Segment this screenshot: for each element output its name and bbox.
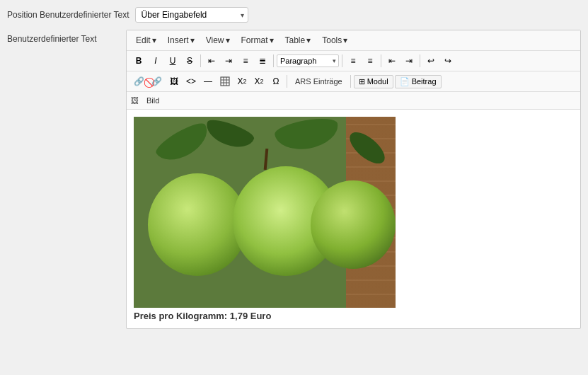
divider-4 [381, 54, 381, 67]
leaf-1 [153, 118, 214, 168]
beitrag-icon: 📄 [400, 77, 410, 86]
editor-wrapper: Edit ▾ Insert ▾ View ▾ Format ▾ [126, 30, 581, 329]
stem [264, 149, 269, 170]
menu-tools[interactable]: Tools ▾ [317, 33, 352, 47]
apple-3 [311, 180, 396, 269]
modul-button[interactable]: ⊞ Modul [354, 75, 393, 88]
format-arrow-icon: ▾ [270, 35, 274, 45]
editor-content[interactable]: Preis pro Kilogramm: 1,79 Euro [127, 110, 580, 328]
subscript-button[interactable]: X2 [234, 74, 250, 89]
redo-button[interactable]: ↪ [440, 53, 456, 69]
outdent-button[interactable]: ⇤ [384, 53, 400, 69]
menu-view[interactable]: View ▾ [201, 33, 235, 47]
menu-format[interactable]: Format ▾ [236, 33, 279, 47]
menu-toolbar-row: Edit ▾ Insert ▾ View ▾ Format ▾ [127, 30, 580, 51]
tools-arrow-icon: ▾ [343, 35, 347, 45]
edit-arrow-icon: ▾ [152, 35, 156, 45]
paragraph-wrapper: ParagraphHeading 1Heading 2Heading 3Pref… [277, 54, 339, 67]
divider-7 [350, 75, 351, 88]
toolbar-row-2: 🔗 🔗⃠ 🖼 <> — [127, 71, 580, 92]
divider-3 [342, 54, 342, 67]
code-button[interactable]: <> [183, 74, 199, 89]
ars-entries-button[interactable]: ARS Einträge [290, 75, 347, 88]
table-arrow-icon: ▾ [306, 35, 311, 45]
menu-insert[interactable]: Insert ▾ [163, 33, 200, 47]
bild-label[interactable]: Bild [142, 94, 164, 107]
editor-label: Benutzerdefinierter Text [7, 30, 120, 44]
bild-icon: 🖼 [131, 96, 139, 105]
position-label: Position Benutzerdefinierter Text [7, 10, 129, 20]
modul-icon: ⊞ [359, 77, 365, 86]
divider-6 [287, 75, 287, 88]
table-button[interactable] [217, 74, 233, 89]
unordered-list-button[interactable]: ≡ [345, 53, 361, 69]
divider-2 [273, 54, 274, 67]
align-left-button[interactable]: ⇤ [204, 53, 219, 69]
paragraph-select[interactable]: ParagraphHeading 1Heading 2Heading 3Pref… [277, 54, 339, 67]
beitrag-button[interactable]: 📄 Beitrag [395, 75, 442, 88]
underline-button[interactable]: U [165, 53, 180, 69]
hr-button[interactable]: — [200, 74, 216, 89]
leaf-2 [202, 117, 256, 153]
position-row: Position Benutzerdefinierter Text Über E… [7, 7, 581, 23]
leaf-3 [273, 117, 341, 154]
undo-button[interactable]: ↩ [423, 53, 439, 69]
special-char-button[interactable]: Ω [268, 74, 284, 89]
insert-arrow-icon: ▾ [190, 35, 195, 45]
strikethrough-button[interactable]: S [182, 53, 197, 69]
divider-1 [200, 54, 201, 67]
svg-rect-0 [221, 77, 229, 86]
formatting-toolbar-row: B I U S ⇤ ⇥ ≡ ≣ ParagraphHeading 1Headin… [127, 51, 580, 71]
menu-edit[interactable]: Edit ▾ [131, 33, 161, 47]
position-dropdown-wrapper: Über EingabefeldUnter Eingabefeld ▾ [135, 7, 248, 23]
image-button[interactable]: 🖼 [166, 74, 182, 89]
editor-label-row: Benutzerdefinierter Text Edit ▾ Insert ▾… [7, 30, 581, 329]
apple-1 [148, 173, 247, 276]
editor-image [134, 117, 396, 308]
price-caption: Preis pro Kilogramm: 1,79 Euro [134, 311, 573, 321]
unlink-button[interactable]: 🔗⃠ [149, 74, 165, 89]
align-justify-button[interactable]: ≣ [255, 53, 270, 69]
image-row: 🖼 Bild [127, 92, 580, 110]
indent-button[interactable]: ⇥ [401, 53, 417, 69]
align-right-button[interactable]: ≡ [238, 53, 253, 69]
superscript-button[interactable]: X2 [251, 74, 267, 89]
position-select[interactable]: Über EingabefeldUnter Eingabefeld [135, 7, 248, 23]
view-arrow-icon: ▾ [226, 35, 230, 45]
page-container: Position Benutzerdefinierter Text Über E… [7, 7, 581, 329]
ordered-list-button[interactable]: ≡ [362, 53, 378, 69]
align-center-button[interactable]: ⇥ [221, 53, 236, 69]
menu-table[interactable]: Table ▾ [280, 33, 316, 47]
bold-button[interactable]: B [131, 53, 146, 69]
table-icon [220, 76, 230, 86]
link-button[interactable]: 🔗 [131, 74, 147, 89]
editor-container: Edit ▾ Insert ▾ View ▾ Format ▾ [126, 30, 581, 329]
divider-5 [420, 54, 420, 67]
italic-button[interactable]: I [148, 53, 163, 69]
